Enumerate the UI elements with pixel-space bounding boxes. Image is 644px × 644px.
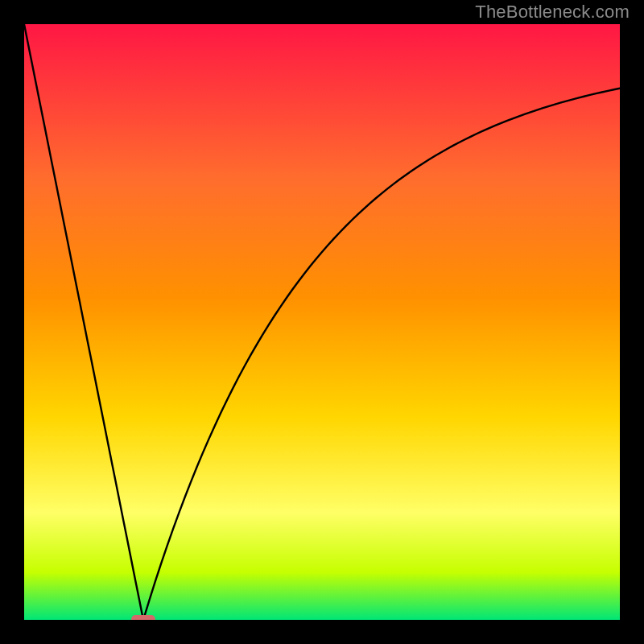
gradient-background — [24, 24, 620, 620]
plot-area — [24, 24, 620, 620]
chart-svg — [24, 24, 620, 620]
attribution-text: TheBottleneck.com — [475, 2, 630, 23]
optimal-marker — [131, 615, 155, 620]
chart-frame: TheBottleneck.com — [0, 0, 644, 644]
